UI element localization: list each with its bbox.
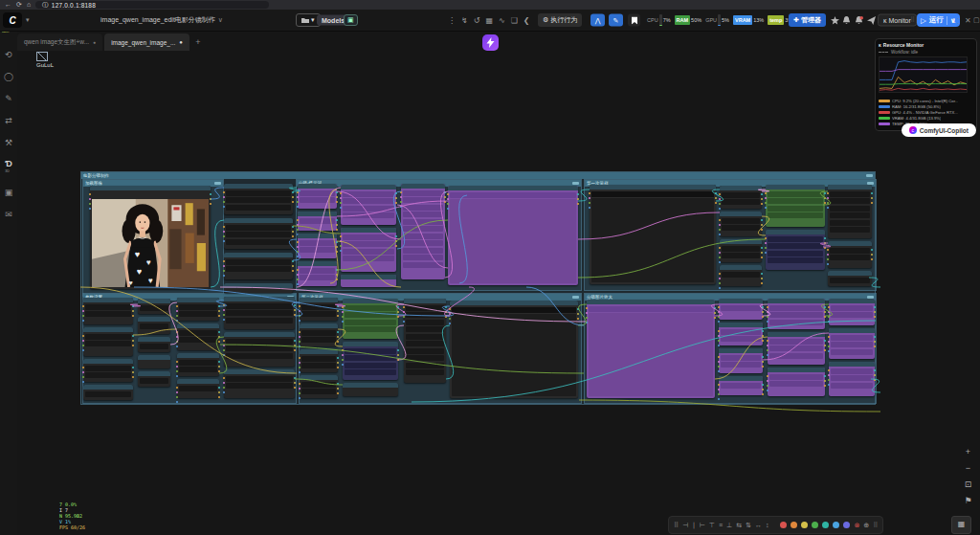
crystools-progress-toggle[interactable]: ⋀ (590, 14, 605, 27)
node-d-24[interactable] (83, 298, 133, 324)
share-icon[interactable] (867, 11, 876, 29)
node-color-swatch-3[interactable] (812, 522, 818, 528)
node-d-23[interactable] (828, 271, 872, 286)
node-d-34[interactable] (177, 323, 219, 350)
site-info-icon[interactable]: ⓘ (42, 0, 49, 10)
node-d-21[interactable] (828, 185, 872, 238)
more-vertical-icon[interactable]: ⋮ (448, 16, 456, 25)
templates-icon[interactable]: ⚒ (5, 138, 12, 147)
align-top-icon[interactable]: ⊤ (709, 518, 715, 532)
crosshair-icon[interactable]: ⊕ (863, 518, 869, 532)
clear-queue-button[interactable]: ✕ (965, 16, 971, 25)
node-link-icon[interactable]: ↯ (461, 16, 468, 25)
node-d-2[interactable] (224, 218, 293, 249)
model-library-icon[interactable]: ⇄ (5, 116, 12, 125)
node-library-icon[interactable]: ✎ (5, 94, 12, 103)
node-P-13[interactable] (448, 186, 578, 285)
node-d-38[interactable] (224, 332, 295, 367)
node-p-11[interactable] (341, 275, 396, 287)
node-d-27[interactable] (83, 385, 133, 400)
manager-button[interactable]: ✚管理器 (789, 13, 826, 27)
crystools-monitor-toggle[interactable]: ✎ (609, 14, 623, 27)
batch-count-stepper[interactable]: 1 ⌃⌄ (952, 17, 960, 24)
minimap-button[interactable]: ▦ (951, 516, 971, 534)
node-d-22[interactable] (828, 241, 872, 268)
drag-handle-icon[interactable]: ⠿ (910, 16, 915, 24)
node-color-swatch-1[interactable] (791, 522, 797, 528)
node-p-50[interactable] (719, 299, 763, 320)
bell-icon[interactable] (842, 11, 851, 29)
reload-icon[interactable]: ⟳ (16, 0, 22, 10)
stretch-h-icon[interactable]: ↔ (755, 518, 762, 532)
node-d-37[interactable] (224, 297, 295, 329)
node-d-28[interactable] (138, 299, 170, 314)
node-n-45[interactable] (343, 342, 398, 380)
node-color-swatch-2[interactable] (801, 522, 808, 528)
stretch-v-icon[interactable]: ↕ (766, 518, 769, 532)
node-p-5[interactable] (298, 184, 337, 209)
node-d-29[interactable] (138, 317, 170, 334)
node-d-35[interactable] (177, 353, 219, 376)
node-d-26[interactable] (83, 359, 133, 382)
bell-badge-icon[interactable] (855, 11, 863, 29)
node-P-49[interactable] (587, 300, 715, 398)
workflow-tab-1[interactable]: image_qwen_image_...● (104, 33, 189, 51)
outputs-icon[interactable]: ✉ (5, 210, 12, 219)
node-d-39[interactable] (224, 369, 295, 398)
align-center-h-icon[interactable]: ∣ (692, 518, 696, 532)
align-middle-icon[interactable]: ≡ (719, 518, 723, 532)
copilot-button[interactable]: c ComfyUI-Copilot (902, 123, 976, 137)
node-d-18[interactable] (720, 265, 762, 286)
node-color-swatch-4[interactable] (822, 522, 829, 528)
comfyui-logo[interactable]: C (3, 12, 22, 28)
node-p-57[interactable] (829, 299, 875, 325)
unsaved-dot-icon[interactable]: ● (179, 39, 183, 45)
quick-action-floating-button[interactable] (482, 34, 499, 51)
node-p-9[interactable] (341, 185, 396, 225)
grid-view-icon[interactable]: ▦ (485, 16, 493, 25)
node-map-button[interactable]: ▣ (344, 14, 358, 26)
node-d-32[interactable] (138, 371, 170, 387)
workflow-title[interactable]: image_qwen_image_edit电影分镜制作∨ (100, 15, 223, 25)
node-d-43[interactable] (300, 375, 338, 398)
node-img-0[interactable]: ♥ ♥ ♥ ♥ ♥ (90, 186, 211, 289)
clear-color-icon[interactable]: ⊗ (854, 518, 859, 532)
node-p-6[interactable] (298, 212, 337, 231)
node-p-8[interactable] (298, 261, 337, 286)
node-g-44[interactable] (343, 299, 398, 339)
node-p-58[interactable] (829, 328, 875, 359)
drag-handle-icon[interactable]: ⠿ (873, 518, 878, 532)
node-p-7[interactable] (298, 234, 337, 258)
node-d-4[interactable] (224, 283, 293, 293)
node-D-48[interactable] (450, 301, 578, 398)
node-p-59[interactable] (829, 362, 875, 396)
node-p-10[interactable] (341, 228, 396, 272)
history-icon[interactable]: ↺ (474, 16, 480, 25)
collapse-icon[interactable]: ❮ (523, 16, 530, 25)
logo-menu-caret-icon[interactable]: ▾ (26, 16, 30, 24)
align-bottom-icon[interactable]: ⊥ (726, 518, 732, 532)
node-d-40[interactable] (300, 298, 338, 321)
drag-handle-icon[interactable]: ⠿ (674, 518, 679, 532)
stop-button[interactable]: ▢ (973, 16, 980, 24)
address-bar[interactable]: ⓘ 127.0.0.1:8188 (35, 1, 269, 9)
distribute-v-icon[interactable]: ⇅ (746, 518, 751, 532)
node-d-31[interactable] (138, 355, 170, 368)
star-icon[interactable] (831, 11, 839, 29)
node-d-25[interactable] (83, 327, 133, 356)
workflows-icon[interactable]: ⟲ (5, 50, 12, 59)
3d-pack-icon[interactable]: Ɗ3D (5, 160, 12, 175)
node-d-16[interactable] (720, 212, 762, 236)
zoom-in-button[interactable]: + (962, 446, 974, 457)
distribute-h-icon[interactable]: ⇆ (736, 518, 742, 532)
fit-view-button[interactable]: ⊡ (962, 479, 974, 490)
select-mode-button[interactable]: ⚑ (962, 495, 974, 506)
node-p-12[interactable] (401, 184, 445, 279)
align-left-icon[interactable]: ⊣ (682, 518, 688, 532)
queue-icon[interactable]: ◯ (4, 72, 13, 81)
bookmark-button[interactable] (628, 14, 640, 27)
node-d-15[interactable] (720, 186, 762, 209)
stepper-arrows[interactable]: ⌃⌄ (957, 17, 960, 23)
node-p-53[interactable] (719, 376, 763, 395)
node-color-swatch-0[interactable] (780, 522, 787, 528)
